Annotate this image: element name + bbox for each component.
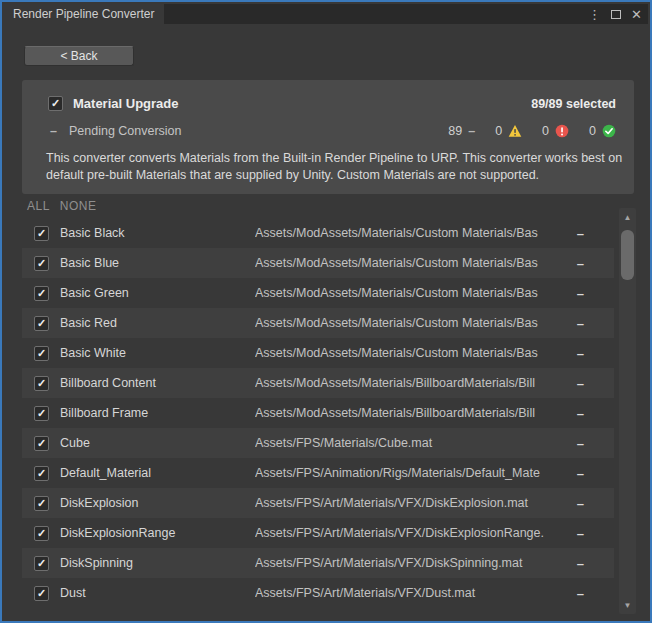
checkmark-icon: ✓ xyxy=(37,468,46,479)
row-status-dash-icon: – xyxy=(577,346,584,361)
error-count: 0 xyxy=(542,124,549,138)
back-button[interactable]: < Back xyxy=(24,46,134,66)
row-material-name: Basic Green xyxy=(60,286,255,300)
pending-conversion-label: Pending Conversion xyxy=(69,124,182,138)
window-title: Render Pipeline Converter xyxy=(13,7,154,21)
checkmark-icon: ✓ xyxy=(37,588,46,599)
row-status-dash-icon: – xyxy=(577,376,584,391)
row-checkbox[interactable]: ✓ xyxy=(34,406,49,421)
checkmark-icon: ✓ xyxy=(37,378,46,389)
table-row[interactable]: ✓ DiskSpinning Assets/FPS/Art/Materials/… xyxy=(22,548,614,578)
checkmark-icon: ✓ xyxy=(37,408,46,419)
row-status-dash-icon: – xyxy=(577,286,584,301)
pending-dash-icon: – xyxy=(50,124,57,138)
table-row[interactable]: ✓ Basic Red Assets/ModAssets/Materials/C… xyxy=(22,308,614,338)
row-checkbox[interactable]: ✓ xyxy=(34,436,49,451)
selected-summary: 89/89 selected xyxy=(531,97,616,111)
converter-description: This converter converts Materials from t… xyxy=(46,150,632,184)
table-row[interactable]: ✓ DiskExplosion Assets/FPS/Art/Materials… xyxy=(22,488,614,518)
back-button-label: < Back xyxy=(60,49,97,63)
row-status-dash-icon: – xyxy=(577,466,584,481)
row-status-dash-icon: – xyxy=(577,436,584,451)
checkmark-icon: ✓ xyxy=(51,98,60,109)
row-checkbox[interactable]: ✓ xyxy=(34,286,49,301)
row-material-name: DiskSpinning xyxy=(60,556,255,570)
row-checkbox[interactable]: ✓ xyxy=(34,346,49,361)
row-checkbox[interactable]: ✓ xyxy=(34,586,49,601)
row-checkbox[interactable]: ✓ xyxy=(34,226,49,241)
select-none-button[interactable]: NONE xyxy=(60,199,97,213)
error-icon xyxy=(555,124,569,138)
checkmark-icon: ✓ xyxy=(37,258,46,269)
success-icon xyxy=(602,124,616,138)
table-row[interactable]: ✓ Basic Green Assets/ModAssets/Materials… xyxy=(22,278,614,308)
table-row[interactable]: ✓ DiskExplosionRange Assets/FPS/Art/Mate… xyxy=(22,518,614,548)
table-row[interactable]: ✓ Dust Assets/FPS/Art/Materials/VFX/Dust… xyxy=(22,578,614,608)
row-material-name: Basic Black xyxy=(60,226,255,240)
row-material-name: DiskExplosion xyxy=(60,496,255,510)
converter-name: Material Upgrade xyxy=(73,96,178,111)
row-status-dash-icon: – xyxy=(577,406,584,421)
row-asset-path: Assets/ModAssets/Materials/BillboardMate… xyxy=(255,376,555,390)
row-status-dash-icon: – xyxy=(577,226,584,241)
converter-checkbox[interactable]: ✓ xyxy=(48,96,63,111)
row-asset-path: Assets/ModAssets/Materials/Custom Materi… xyxy=(255,316,555,330)
select-all-button[interactable]: ALL xyxy=(27,199,50,213)
row-checkbox[interactable]: ✓ xyxy=(34,556,49,571)
row-asset-path: Assets/ModAssets/Materials/Custom Materi… xyxy=(255,346,555,360)
row-material-name: Billboard Content xyxy=(60,376,255,390)
checkmark-icon: ✓ xyxy=(37,318,46,329)
pending-count-dash-icon: – xyxy=(468,124,475,138)
row-checkbox[interactable]: ✓ xyxy=(34,256,49,271)
row-checkbox[interactable]: ✓ xyxy=(34,316,49,331)
row-asset-path: Assets/FPS/Art/Materials/VFX/Dust.mat xyxy=(255,586,555,600)
row-asset-path: Assets/FPS/Art/Materials/VFX/DiskExplosi… xyxy=(255,526,555,540)
scroll-down-icon[interactable]: ▼ xyxy=(619,598,636,612)
row-status-dash-icon: – xyxy=(577,526,584,541)
row-material-name: Basic White xyxy=(60,346,255,360)
row-status-dash-icon: – xyxy=(577,556,584,571)
checkmark-icon: ✓ xyxy=(37,288,46,299)
window-tab[interactable]: Render Pipeline Converter xyxy=(4,4,164,24)
maximize-icon[interactable] xyxy=(611,10,621,19)
checkmark-icon: ✓ xyxy=(37,528,46,539)
row-asset-path: Assets/ModAssets/Materials/BillboardMate… xyxy=(255,406,555,420)
row-status-dash-icon: – xyxy=(577,496,584,511)
checkmark-icon: ✓ xyxy=(37,348,46,359)
row-status-dash-icon: – xyxy=(577,586,584,601)
row-material-name: Billboard Frame xyxy=(60,406,255,420)
converter-panel: ✓ Material Upgrade 89/89 selected – Pend… xyxy=(22,80,634,194)
row-status-dash-icon: – xyxy=(577,256,584,271)
row-checkbox[interactable]: ✓ xyxy=(34,526,49,541)
table-row[interactable]: ✓ Default_Material Assets/FPS/Animation/… xyxy=(22,458,614,488)
material-list: ✓ Basic Black Assets/ModAssets/Materials… xyxy=(22,218,614,608)
table-row[interactable]: ✓ Billboard Frame Assets/ModAssets/Mater… xyxy=(22,398,614,428)
row-asset-path: Assets/FPS/Animation/Rigs/Materials/Defa… xyxy=(255,466,555,480)
row-checkbox[interactable]: ✓ xyxy=(34,466,49,481)
list-scrollbar[interactable]: ▲ ▼ xyxy=(619,208,636,614)
checkmark-icon: ✓ xyxy=(37,438,46,449)
table-row[interactable]: ✓ Billboard Content Assets/ModAssets/Mat… xyxy=(22,368,614,398)
checkmark-icon: ✓ xyxy=(37,558,46,569)
table-row[interactable]: ✓ Basic Blue Assets/ModAssets/Materials/… xyxy=(22,248,614,278)
pending-count: 89 xyxy=(448,124,462,138)
checkmark-icon: ✓ xyxy=(37,228,46,239)
row-material-name: Cube xyxy=(60,436,255,450)
row-asset-path: Assets/ModAssets/Materials/Custom Materi… xyxy=(255,256,555,270)
row-status-dash-icon: – xyxy=(577,316,584,331)
close-icon[interactable]: ✕ xyxy=(631,8,642,21)
row-material-name: Dust xyxy=(60,586,255,600)
row-asset-path: Assets/ModAssets/Materials/Custom Materi… xyxy=(255,226,555,240)
render-pipeline-converter-window: Render Pipeline Converter ⋮ ✕ < Back ✓ M… xyxy=(0,0,652,623)
table-row[interactable]: ✓ Basic Black Assets/ModAssets/Materials… xyxy=(22,218,614,248)
warning-count: 0 xyxy=(495,124,502,138)
scrollbar-thumb[interactable] xyxy=(621,230,634,280)
row-checkbox[interactable]: ✓ xyxy=(34,496,49,511)
warning-icon xyxy=(508,124,522,138)
row-checkbox[interactable]: ✓ xyxy=(34,376,49,391)
row-material-name: Default_Material xyxy=(60,466,255,480)
window-menu-icon[interactable]: ⋮ xyxy=(588,8,601,21)
table-row[interactable]: ✓ Basic White Assets/ModAssets/Materials… xyxy=(22,338,614,368)
scroll-up-icon[interactable]: ▲ xyxy=(619,210,636,224)
table-row[interactable]: ✓ Cube Assets/FPS/Materials/Cube.mat – xyxy=(22,428,614,458)
